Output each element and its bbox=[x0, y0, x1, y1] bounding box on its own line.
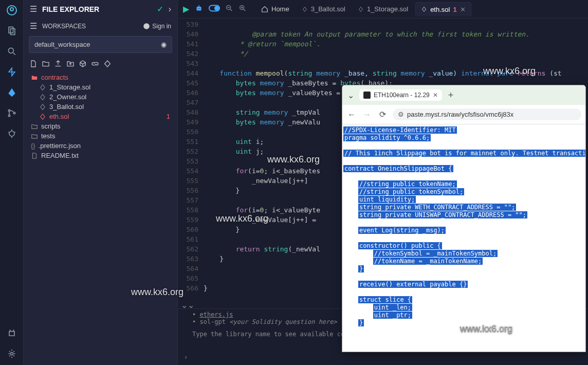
svg-point-6 bbox=[8, 110, 10, 111]
dirty-badge: 1 bbox=[167, 113, 170, 120]
workspace-selector[interactable]: default_workspace ◉ bbox=[29, 36, 172, 53]
svg-point-17 bbox=[198, 8, 199, 9]
line-gutter: 5395405415425435445455465475485495505515… bbox=[178, 19, 204, 308]
debug-icon[interactable] bbox=[6, 127, 18, 140]
site-info-icon[interactable]: ⚙ bbox=[398, 111, 404, 118]
dirty-indicator: 1 bbox=[453, 6, 456, 13]
signin-link[interactable]: Sign in bbox=[143, 23, 171, 30]
svg-point-7 bbox=[8, 115, 10, 116]
forward-icon[interactable]: → bbox=[362, 110, 372, 119]
svg-line-5 bbox=[13, 53, 15, 55]
new-tab-icon[interactable]: + bbox=[445, 90, 457, 101]
check-icon[interactable]: ✓ bbox=[157, 4, 163, 14]
search-icon[interactable] bbox=[6, 45, 18, 58]
browser-tab[interactable]: ETH100earn - 12.29 ✕ bbox=[359, 89, 442, 101]
terminal-prompt-icon: › bbox=[184, 354, 188, 361]
zoom-out-icon[interactable] bbox=[225, 4, 233, 14]
new-file-icon[interactable] bbox=[29, 59, 38, 68]
compile-icon[interactable] bbox=[6, 66, 18, 78]
reload-icon[interactable]: ⟳ bbox=[377, 110, 388, 119]
toggle-icon[interactable] bbox=[209, 5, 220, 14]
play-icon[interactable]: ▶ bbox=[183, 4, 189, 14]
browser-window[interactable]: ⌄ ETH100earn - 12.29 ✕ + ← → ⟳ ⚙ paste.m… bbox=[342, 85, 586, 352]
svg-point-1 bbox=[10, 8, 13, 11]
files-icon[interactable] bbox=[6, 25, 18, 37]
new-folder-icon[interactable] bbox=[41, 59, 50, 68]
svg-line-23 bbox=[230, 9, 232, 11]
logo-icon[interactable] bbox=[6, 4, 18, 16]
browser-content[interactable]: //SPDX-License-Identifier: MITpragma sol… bbox=[342, 124, 585, 352]
svg-point-8 bbox=[13, 112, 15, 114]
file-eth[interactable]: eth.sol 1 bbox=[29, 112, 172, 121]
cube-icon[interactable] bbox=[78, 59, 87, 68]
robot-icon[interactable] bbox=[194, 4, 204, 15]
folder-tests[interactable]: tests bbox=[29, 131, 172, 141]
upload-folder-icon[interactable] bbox=[66, 59, 75, 68]
tab-home[interactable]: Home bbox=[256, 2, 295, 16]
chevron-down-icon[interactable]: ⌄⌄ bbox=[181, 300, 194, 310]
file-ballot[interactable]: 3_Ballot.sol bbox=[29, 102, 172, 112]
svg-rect-16 bbox=[197, 7, 201, 11]
zoom-in-icon[interactable] bbox=[238, 4, 247, 14]
favicon-icon bbox=[363, 92, 371, 99]
file-explorer-panel: ☰ FILE EXPLORER ✓ › ☰ WORKSPACES Sign in… bbox=[24, 0, 178, 365]
svg-point-21 bbox=[215, 6, 218, 10]
hamburger-icon[interactable]: ☰ bbox=[30, 21, 37, 31]
tab-storage[interactable]: 1_Storage.sol bbox=[353, 2, 413, 16]
upload-icon[interactable] bbox=[53, 59, 63, 68]
tab-eth[interactable]: eth.sol 1 ✕ bbox=[415, 2, 471, 16]
menu-icon[interactable]: ☰ bbox=[30, 4, 37, 14]
browser-expand-icon[interactable]: ⌄ bbox=[345, 90, 356, 100]
address-bar[interactable]: ⚙ paste.myst.rs/raw/ycfsfiso/vmc6j83x bbox=[393, 108, 581, 120]
close-icon[interactable]: ✕ bbox=[460, 6, 466, 13]
explorer-title: FILE EXPLORER bbox=[42, 5, 152, 13]
workspaces-label: WORKSPACES bbox=[42, 23, 138, 30]
deploy-icon[interactable] bbox=[6, 86, 18, 99]
svg-point-14 bbox=[10, 353, 13, 355]
file-tree: contracts 1_Storage.sol 2_Owner.sol 3_Ba… bbox=[24, 72, 177, 160]
svg-point-9 bbox=[9, 131, 14, 136]
git-icon[interactable] bbox=[6, 107, 18, 119]
diamond-icon[interactable] bbox=[103, 59, 112, 68]
file-owner[interactable]: 2_Owner.sol bbox=[29, 92, 172, 102]
svg-point-4 bbox=[8, 48, 13, 53]
back-icon[interactable]: ← bbox=[346, 110, 357, 119]
folder-scripts[interactable]: scripts bbox=[29, 121, 172, 131]
activity-bar bbox=[0, 0, 24, 365]
link-icon[interactable] bbox=[90, 59, 100, 68]
file-toolbar bbox=[24, 55, 177, 72]
file-readme[interactable]: README.txt bbox=[29, 151, 172, 160]
svg-line-26 bbox=[244, 9, 245, 11]
file-prettierrc[interactable]: {} .prettierrc.json bbox=[29, 141, 172, 151]
plugin-icon[interactable] bbox=[6, 327, 18, 339]
chevron-right-icon[interactable]: › bbox=[169, 5, 171, 14]
svg-rect-3 bbox=[10, 29, 14, 35]
svg-point-15 bbox=[143, 23, 150, 29]
tab-close-icon[interactable]: ✕ bbox=[433, 92, 438, 99]
settings-icon[interactable] bbox=[6, 348, 18, 360]
tab-ballot[interactable]: 3_Ballot.sol bbox=[297, 2, 351, 16]
dropdown-icon: ◉ bbox=[161, 41, 167, 48]
folder-contracts[interactable]: contracts bbox=[29, 72, 172, 82]
file-storage[interactable]: 1_Storage.sol bbox=[29, 82, 172, 92]
svg-point-18 bbox=[199, 8, 200, 9]
